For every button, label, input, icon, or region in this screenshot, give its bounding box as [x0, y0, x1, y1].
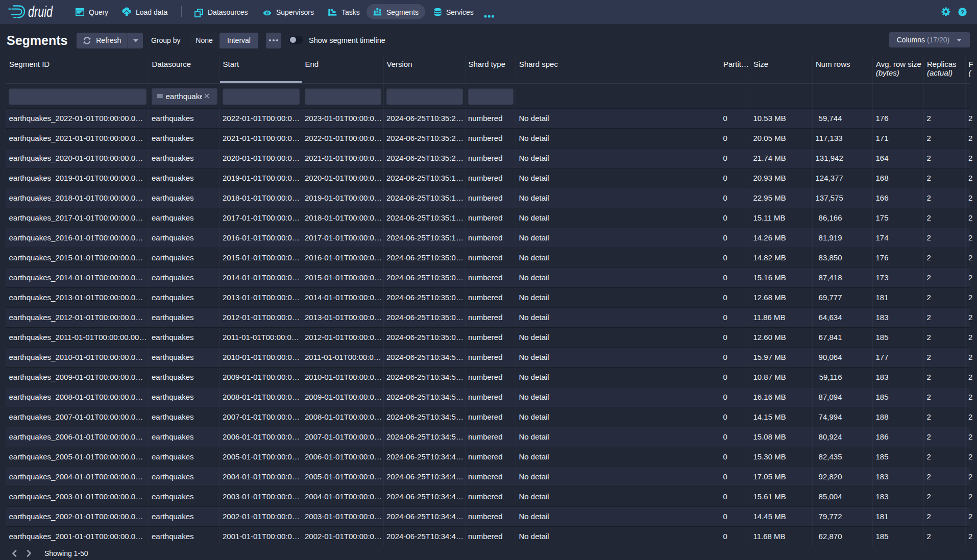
svg-text:?: ? — [961, 9, 964, 15]
